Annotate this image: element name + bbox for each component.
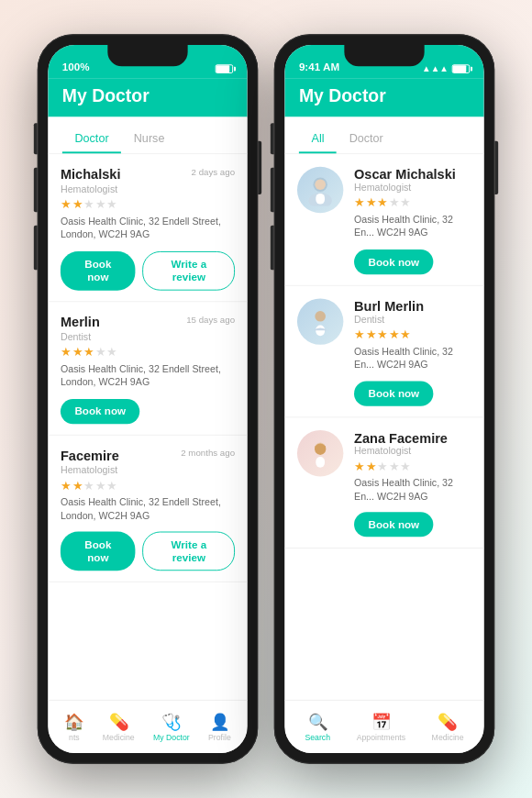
tab-all[interactable]: All xyxy=(299,124,337,153)
nav-label-appointments: Appointments xyxy=(357,733,405,742)
svg-point-2 xyxy=(315,179,326,190)
avatar-3 xyxy=(297,430,343,476)
stars-3: ★ ★ ★ ★ ★ xyxy=(61,479,235,493)
star: ★ xyxy=(72,479,83,493)
app-header-left: My Doctor xyxy=(48,79,247,117)
doc-addr-r2: Oasis Health Clinic, 32 En... WC2H 9AG xyxy=(354,345,471,372)
doctor-avatar-card-1: Oscar Michalski Hematologist ★ ★ ★ ★ ★ O… xyxy=(284,154,483,285)
indicators-right: ▲▲▲ xyxy=(422,63,470,73)
stars-r3: ★ ★ ★ ★ ★ xyxy=(354,460,471,473)
doc-spec-r1: Hematologist xyxy=(354,182,471,193)
doctor-name-2: Merlin xyxy=(61,315,100,329)
avatar-1 xyxy=(297,167,343,213)
star: ★ xyxy=(106,198,117,212)
home-icon: 🏠 xyxy=(64,712,83,731)
nav-item-mydoctor[interactable]: 🩺 My Doctor xyxy=(144,708,198,746)
nav-item-profile[interactable]: 👤 Profile xyxy=(199,708,239,746)
book-button-1[interactable]: Book now xyxy=(61,251,136,291)
doctor-info-3: Zana Facemire Hematologist ★ ★ ★ ★ ★ Oas… xyxy=(354,430,471,538)
star: ★ xyxy=(83,479,94,493)
star: ★ xyxy=(95,479,106,493)
book-button-2[interactable]: Book now xyxy=(61,399,140,424)
nav-search[interactable]: 🔍 Search xyxy=(296,708,339,746)
doc-addr-r3: Oasis Health Clinic, 32 En... WC2H 9AG xyxy=(354,476,471,504)
indicators xyxy=(216,64,233,73)
doctor-list-right: Oscar Michalski Hematologist ★ ★ ★ ★ ★ O… xyxy=(284,154,483,700)
nav-item-home[interactable]: 🏠 nts xyxy=(56,708,94,746)
address-1: Oasis Health Clinic, 32 Endell Street, L… xyxy=(61,215,235,242)
book-btn-r2[interactable]: Book now xyxy=(354,381,434,405)
svg-rect-3 xyxy=(316,194,325,205)
nav-label-home: nts xyxy=(69,733,80,742)
book-button-3[interactable]: Book now xyxy=(61,532,136,571)
doctor-avatar-card-2: Burl Merlin Dentist ★ ★ ★ ★ ★ Oasis Heal… xyxy=(284,286,483,417)
avatar-2 xyxy=(297,298,343,344)
bottom-nav-right: 🔍 Search 📅 Appointments 💊 Medicine xyxy=(284,700,483,753)
nav-label-mydoctor: My Doctor xyxy=(153,733,190,742)
doc-addr-r1: Oasis Health Clinic, 32 En... WC2H 9AG xyxy=(354,213,471,240)
nav-appointments[interactable]: 📅 Appointments xyxy=(348,708,415,746)
app-title-right: My Doctor xyxy=(299,86,386,105)
bottom-nav-left: 🏠 nts 💊 Medicine 🩺 My Doctor 👤 Profile xyxy=(48,700,247,753)
tab-doctor[interactable]: Doctor xyxy=(62,124,121,153)
phone-right: 9:41 AM ▲▲▲ My Doctor All Doctor xyxy=(274,34,495,763)
doctor-card-1: Michalski 2 days ago Hematologist ★ ★ ★ … xyxy=(48,154,247,302)
screen-left: 100% My Doctor Doctor Nurse xyxy=(48,45,247,753)
book-btn-r3[interactable]: Book now xyxy=(354,513,434,538)
time-ago-1: 2 days ago xyxy=(192,167,235,177)
medicine-icon-right: 💊 xyxy=(438,712,457,731)
specialty-2: Dentist xyxy=(61,331,235,342)
doc-name-r1: Oscar Michalski xyxy=(354,167,471,182)
battery-icon-right xyxy=(452,64,470,73)
svg-rect-8 xyxy=(316,457,325,468)
actions-r2: Book now xyxy=(354,381,471,405)
tab-nurse[interactable]: Nurse xyxy=(121,124,177,153)
medicine-icon: 💊 xyxy=(109,712,128,731)
review-button-3[interactable]: Write a review xyxy=(143,532,235,571)
star: ★ xyxy=(95,198,106,212)
nav-label-profile: Profile xyxy=(208,733,231,742)
battery-icon xyxy=(216,64,233,73)
doctor-name-3: Facemire xyxy=(61,448,119,462)
nav-label-search: Search xyxy=(305,733,330,742)
phones-container: 100% My Doctor Doctor Nurse xyxy=(38,34,495,763)
phone-left: 100% My Doctor Doctor Nurse xyxy=(38,34,259,763)
star: ★ xyxy=(83,346,94,360)
search-icon: 🔍 xyxy=(308,712,327,731)
card-actions-3: Book now Write a review xyxy=(61,532,235,571)
star: ★ xyxy=(61,479,72,493)
tab-doctor-right[interactable]: Doctor xyxy=(337,124,395,153)
star: ★ xyxy=(72,198,83,212)
star: ★ xyxy=(106,479,117,493)
specialty-1: Hematologist xyxy=(61,183,235,194)
star: ★ xyxy=(106,346,117,360)
doc-name-r2: Burl Merlin xyxy=(354,298,471,313)
star: ★ xyxy=(83,198,94,212)
review-button-1[interactable]: Write a review xyxy=(143,251,235,291)
notch-right xyxy=(344,45,424,66)
notch-left xyxy=(107,45,187,66)
address-3: Oasis Health Clinic, 32 Endell Street, L… xyxy=(61,495,235,523)
doctor-card-2: Merlin 15 days ago Dentist ★ ★ ★ ★ ★ Oas… xyxy=(48,302,247,435)
battery-text: 100% xyxy=(62,61,90,73)
doc-spec-r3: Hematologist xyxy=(354,445,471,456)
star: ★ xyxy=(61,346,72,360)
screen-right: 9:41 AM ▲▲▲ My Doctor All Doctor xyxy=(284,45,483,753)
book-btn-r1[interactable]: Book now xyxy=(354,249,434,274)
tabs-right: All Doctor xyxy=(284,117,483,155)
address-2: Oasis Health Clinic, 32 Endell Street, L… xyxy=(61,362,235,390)
time-ago-3: 2 months ago xyxy=(181,448,235,458)
profile-icon: 👤 xyxy=(210,712,229,731)
nav-medicine-right[interactable]: 💊 Medicine xyxy=(423,708,472,746)
stars-1: ★ ★ ★ ★ ★ xyxy=(61,198,235,212)
time-right: 9:41 AM xyxy=(299,61,339,73)
nav-item-medicine[interactable]: 💊 Medicine xyxy=(94,708,143,746)
actions-r1: Book now xyxy=(354,249,471,274)
tabs-left: Doctor Nurse xyxy=(48,117,247,155)
app-header-right: My Doctor xyxy=(284,79,483,117)
star: ★ xyxy=(95,346,106,360)
actions-r3: Book now xyxy=(354,513,471,538)
doc-name-r3: Zana Facemire xyxy=(354,430,471,445)
specialty-3: Hematologist xyxy=(61,464,235,475)
star: ★ xyxy=(72,346,83,360)
